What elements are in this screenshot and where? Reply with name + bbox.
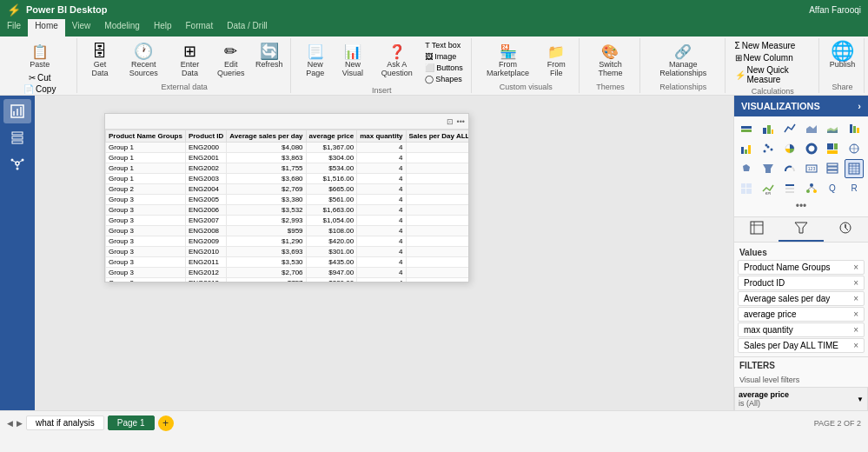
buttons-button[interactable]: ⬜ Buttons — [422, 63, 466, 73]
svg-rect-59 — [785, 184, 794, 186]
remove-max-qty[interactable]: × — [853, 325, 858, 335]
tab-page-1[interactable]: Page 1 — [108, 415, 155, 430]
tab-help[interactable]: Help — [147, 19, 179, 37]
more-options-icon[interactable]: ••• — [457, 117, 465, 126]
new-page-icon: 📃 — [306, 42, 325, 61]
tab-filter[interactable] — [779, 217, 823, 242]
tab-analytics[interactable] — [824, 217, 868, 242]
publish-button[interactable]: 🌐 Publish — [826, 40, 859, 71]
nav-model-icon[interactable] — [3, 151, 31, 176]
viz-stacked-bar[interactable] — [737, 119, 756, 138]
svg-line-65 — [808, 187, 812, 189]
group-themes: 🎨 Switch Theme Themes — [581, 38, 640, 93]
svg-rect-47 — [827, 170, 838, 173]
tab-file[interactable]: File — [0, 19, 28, 37]
expand-icon[interactable]: › — [858, 101, 861, 111]
tab-view[interactable]: View — [65, 19, 98, 37]
get-data-button[interactable]: 🗄 Get Data — [84, 40, 116, 80]
tab-what-if-analysis[interactable]: what if analysis — [26, 415, 104, 430]
remove-product-name[interactable]: × — [853, 263, 858, 272]
filter-avg-price-chevron[interactable]: ▼ — [857, 396, 864, 403]
image-button[interactable]: 🖼 Image — [422, 51, 466, 62]
nav-prev-button[interactable]: ◀ — [7, 419, 13, 428]
new-column-button[interactable]: ⊞ New Column — [732, 52, 796, 63]
new-visual-button[interactable]: 📊 New Visual — [335, 40, 371, 80]
remove-avg-price[interactable]: × — [853, 309, 858, 319]
copy-button[interactable]: 📄 Copy — [21, 83, 58, 95]
svg-rect-55 — [746, 183, 752, 188]
viz-area-chart[interactable] — [802, 119, 821, 138]
svg-rect-18 — [772, 130, 773, 134]
viz-card[interactable]: 123 — [802, 159, 821, 178]
ask-question-button[interactable]: ❓ Ask A Question — [373, 40, 421, 80]
viz-waterfall[interactable] — [737, 139, 756, 158]
new-quick-measure-button[interactable]: ⚡ New Quick Measure — [732, 64, 814, 85]
svg-rect-69 — [751, 222, 763, 234]
viz-map[interactable] — [845, 139, 864, 158]
remove-product-id[interactable]: × — [853, 278, 858, 288]
refresh-button[interactable]: 🔄 Refresh — [254, 40, 285, 71]
focus-icon[interactable]: ⊡ — [447, 117, 454, 126]
app-title: Power BI Desktop — [26, 4, 108, 15]
remove-sales-alltime[interactable]: × — [853, 341, 858, 350]
viz-stacked-area[interactable] — [823, 119, 842, 138]
add-page-button[interactable]: + — [158, 415, 174, 431]
remove-avg-sales[interactable]: × — [853, 294, 858, 303]
shapes-button[interactable]: ◯ Shapes — [422, 74, 466, 84]
from-file-button[interactable]: 📁 From File — [540, 40, 573, 80]
viz-donut[interactable] — [802, 139, 821, 158]
viz-pie[interactable] — [780, 139, 799, 158]
tab-format[interactable]: Format — [178, 19, 220, 37]
nav-next-button[interactable]: ▶ — [17, 419, 23, 428]
group-custom-visuals: 🏪 From Marketplace 📁 From File Custom vi… — [474, 38, 580, 93]
field-max-qty[interactable]: max quantity × — [738, 322, 865, 337]
viz-filled-map[interactable] — [737, 159, 756, 178]
viz-funnel[interactable] — [759, 159, 778, 178]
switch-theme-button[interactable]: 🎨 Switch Theme — [586, 40, 634, 80]
text-box-button[interactable]: T Text box — [422, 40, 466, 50]
tab-data-drill[interactable]: Data / Drill — [220, 19, 275, 37]
field-product-id[interactable]: Product ID × — [738, 276, 865, 290]
enter-data-button[interactable]: ⊞ Enter Data — [171, 40, 209, 80]
viz-gauge[interactable] — [780, 159, 799, 178]
field-avg-sales[interactable]: Average sales per day × — [738, 291, 865, 306]
from-marketplace-button[interactable]: 🏪 From Marketplace — [479, 40, 538, 80]
field-sales-alltime[interactable]: Sales per Day ALL TIME × — [738, 338, 865, 353]
viz-r-script[interactable]: R — [845, 179, 864, 198]
viz-treemap[interactable] — [823, 139, 842, 158]
svg-rect-57 — [746, 189, 752, 194]
new-measure-button[interactable]: Σ New Measure — [732, 40, 798, 51]
paste-button[interactable]: 📋 Paste — [26, 40, 53, 71]
tab-home[interactable]: Home — [28, 19, 65, 37]
recent-sources-button[interactable]: 🕐 Recent Sources — [118, 40, 170, 80]
viz-kpi[interactable]: KPI — [759, 179, 778, 198]
manage-relationships-button[interactable]: 🔗 Manage Relationships — [647, 40, 719, 80]
viz-matrix[interactable] — [737, 179, 756, 198]
tab-fields[interactable] — [734, 217, 779, 242]
viz-decomposition[interactable] — [802, 179, 821, 198]
viz-multirow-card[interactable] — [823, 159, 842, 178]
viz-line-chart[interactable] — [780, 119, 799, 138]
filter-avg-price[interactable]: average price is (All) ▼ — [734, 387, 868, 410]
edit-queries-button[interactable]: ✏ Edit Queries — [210, 40, 252, 80]
cut-button[interactable]: ✂ Cut — [26, 72, 54, 83]
viz-scatter[interactable] — [759, 139, 778, 158]
viz-ribbon[interactable] — [845, 119, 864, 138]
more-visuals-button[interactable]: ••• — [737, 198, 865, 214]
table-visual[interactable]: ⊡ ••• Product Name Groups Product ID Ave… — [104, 113, 469, 282]
viz-clustered-bar[interactable] — [759, 119, 778, 138]
table-row: Group 3ENG2007$2,993$1,054.004$392 — [106, 216, 469, 226]
table-row: Group 3ENG2008$959$108.004$87 — [106, 226, 469, 236]
tab-modeling[interactable]: Modeling — [97, 19, 147, 37]
col-avg-sales: Average sales per day — [227, 130, 306, 143]
viz-qa[interactable]: Q — [823, 179, 842, 198]
field-avg-price[interactable]: average price × — [738, 307, 865, 322]
nav-report-icon[interactable] — [3, 99, 31, 123]
viz-table[interactable] — [845, 159, 864, 178]
viz-icons-grid: 123 KPI Q R ••• — [734, 116, 868, 217]
new-page-button[interactable]: 📃 New Page — [298, 40, 333, 80]
nav-data-icon[interactable] — [3, 125, 31, 150]
svg-point-63 — [806, 189, 810, 193]
field-product-name[interactable]: Product Name Groups × — [738, 260, 865, 275]
viz-slicer[interactable] — [780, 179, 799, 198]
